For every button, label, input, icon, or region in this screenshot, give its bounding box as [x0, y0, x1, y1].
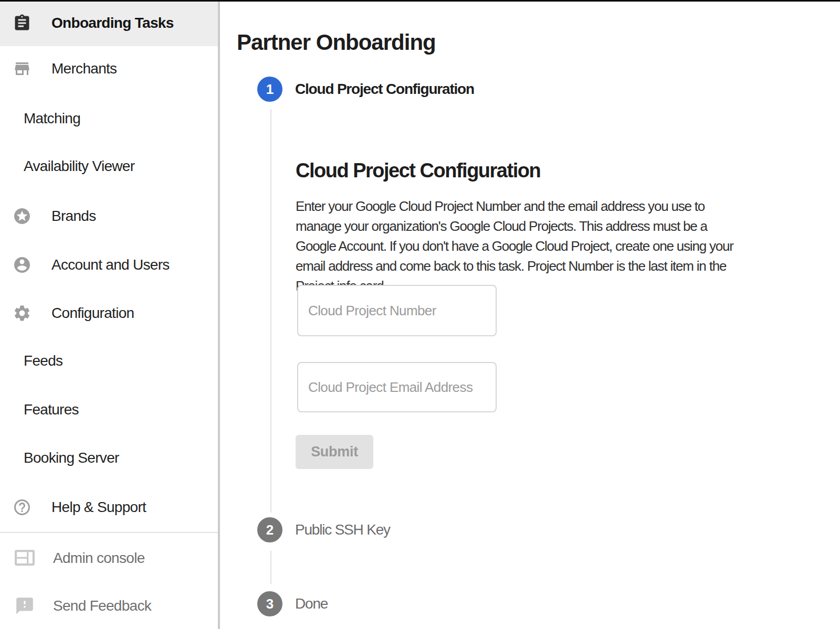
- section-heading: Cloud Project Configuration: [296, 161, 540, 180]
- cloud-project-email-input[interactable]: [297, 362, 497, 412]
- step-done[interactable]: 3 Done: [257, 591, 328, 616]
- sidebar-item-merchants[interactable]: Merchants: [0, 45, 218, 92]
- account-circle-icon: [13, 255, 32, 274]
- app-window: Onboarding Tasks Merchants Matching Avai…: [0, 0, 840, 629]
- sidebar-item-admin-console[interactable]: Admin console: [0, 535, 218, 582]
- sidebar: Onboarding Tasks Merchants Matching Avai…: [0, 0, 218, 629]
- sidebar-item-account-and-users[interactable]: Account and Users: [0, 241, 218, 289]
- step-cloud-project-configuration[interactable]: 1 Cloud Project Configuration: [257, 77, 474, 102]
- sidebar-item-booking-server[interactable]: Booking Server: [0, 434, 218, 482]
- sidebar-item-label: Features: [24, 402, 79, 417]
- sidebar-item-label: Help & Support: [51, 500, 146, 515]
- sidebar-item-configuration[interactable]: Configuration: [0, 290, 218, 337]
- sidebar-border: [218, 0, 220, 629]
- sidebar-item-label: Brands: [51, 209, 96, 223]
- sidebar-item-send-feedback[interactable]: Send Feedback: [0, 582, 218, 629]
- sidebar-item-label: Configuration: [51, 306, 134, 321]
- sidebar-item-label: Feeds: [24, 354, 62, 368]
- sidebar-item-label: Account and Users: [51, 258, 170, 272]
- sidebar-item-label: Onboarding Tasks: [51, 16, 174, 30]
- step-number-badge: 2: [257, 517, 282, 542]
- sidebar-item-availability-viewer[interactable]: Availability Viewer: [0, 143, 218, 190]
- step-public-ssh-key[interactable]: 2 Public SSH Key: [257, 517, 390, 542]
- sidebar-item-matching[interactable]: Matching: [0, 95, 218, 142]
- sidebar-item-features[interactable]: Features: [0, 386, 218, 433]
- feedback-icon: [15, 596, 35, 616]
- cloud-project-number-input[interactable]: [297, 285, 497, 336]
- sidebar-item-feeds[interactable]: Feeds: [0, 337, 218, 385]
- sidebar-item-label: Matching: [24, 111, 80, 126]
- sidebar-item-label: Booking Server: [24, 451, 119, 465]
- stepper-connector: [270, 109, 271, 513]
- sidebar-item-label: Availability Viewer: [24, 159, 134, 174]
- step-number-badge: 1: [257, 77, 282, 102]
- star-circle-icon: [13, 207, 32, 226]
- help-icon: [13, 498, 32, 517]
- section-description: Enter your Google Cloud Project Number a…: [296, 196, 826, 296]
- admin-console-icon: [15, 548, 35, 568]
- sidebar-item-label: Send Feedback: [53, 599, 151, 613]
- clipboard-icon: [13, 14, 32, 33]
- step-label: Public SSH Key: [295, 523, 390, 537]
- gear-icon: [13, 304, 32, 323]
- sidebar-item-help-support[interactable]: Help & Support: [0, 484, 218, 531]
- step-number-badge: 3: [257, 591, 282, 616]
- sidebar-item-label: Admin console: [53, 551, 145, 566]
- sidebar-item-brands[interactable]: Brands: [0, 193, 218, 240]
- window-top-edge: [0, 0, 840, 2]
- stepper-connector: [270, 551, 271, 584]
- sidebar-divider: [0, 532, 218, 533]
- storefront-icon: [13, 59, 32, 78]
- sidebar-item-label: Merchants: [51, 61, 117, 76]
- step-label: Done: [295, 596, 328, 611]
- sidebar-item-onboarding-tasks[interactable]: Onboarding Tasks: [0, 0, 218, 46]
- submit-button[interactable]: Submit: [296, 435, 373, 469]
- page-title: Partner Onboarding: [237, 31, 436, 54]
- step-label: Cloud Project Configuration: [295, 82, 474, 97]
